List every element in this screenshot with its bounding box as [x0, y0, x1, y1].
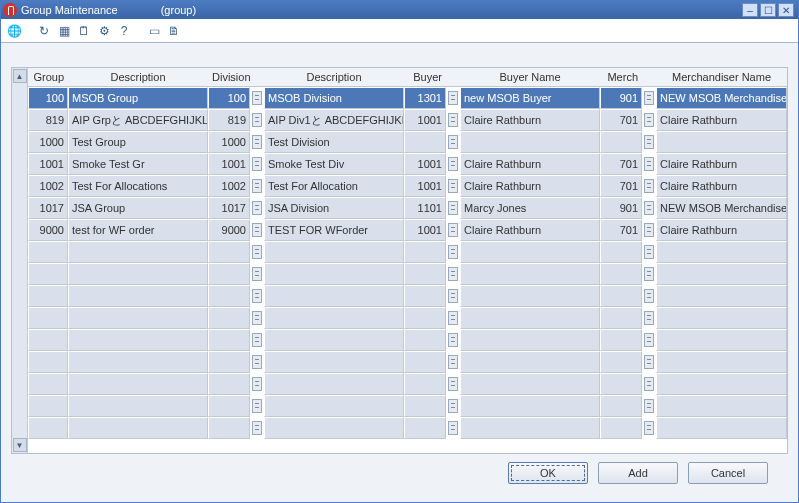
cell[interactable]: Test Division: [264, 131, 404, 153]
cell[interactable]: [264, 417, 404, 439]
cell[interactable]: [208, 285, 250, 307]
lov-button[interactable]: [250, 395, 264, 417]
lov-button[interactable]: [250, 175, 264, 197]
cell[interactable]: [656, 329, 787, 351]
cell[interactable]: Claire Rathburn: [656, 109, 787, 131]
lov-button[interactable]: [250, 351, 264, 373]
cell[interactable]: 1101: [404, 197, 446, 219]
lov-button[interactable]: [446, 153, 460, 175]
cell[interactable]: 1017: [208, 197, 250, 219]
table-row[interactable]: [28, 417, 787, 439]
cell[interactable]: [208, 241, 250, 263]
lov-button[interactable]: [642, 131, 656, 153]
cell[interactable]: [28, 373, 68, 395]
cell[interactable]: Claire Rathburn: [460, 109, 600, 131]
cell[interactable]: [404, 241, 446, 263]
table-row[interactable]: [28, 329, 787, 351]
lov-button[interactable]: [250, 329, 264, 351]
lov-button[interactable]: [446, 395, 460, 417]
cell[interactable]: Marcy Jones: [460, 197, 600, 219]
lov-button[interactable]: [446, 329, 460, 351]
cell[interactable]: [404, 131, 446, 153]
scroll-up-button[interactable]: ▲: [13, 69, 27, 83]
cell[interactable]: new MSOB Buyer: [460, 87, 600, 109]
lov-button[interactable]: [250, 219, 264, 241]
cell[interactable]: [68, 351, 208, 373]
cell[interactable]: 901: [600, 87, 642, 109]
cell[interactable]: AIP Grpと ABCDEFGHIJKLI: [68, 109, 208, 131]
cell[interactable]: [264, 307, 404, 329]
lov-button[interactable]: [446, 131, 460, 153]
cell[interactable]: [264, 373, 404, 395]
cell[interactable]: 701: [600, 153, 642, 175]
cell[interactable]: [28, 417, 68, 439]
cell[interactable]: 1001: [28, 153, 68, 175]
cell[interactable]: 819: [28, 109, 68, 131]
cell[interactable]: 9000: [28, 219, 68, 241]
cell[interactable]: [28, 395, 68, 417]
cell[interactable]: Test For Allocations: [68, 175, 208, 197]
cell[interactable]: [264, 395, 404, 417]
globe-icon[interactable]: 🌐: [5, 22, 23, 40]
table-row[interactable]: [28, 395, 787, 417]
cell[interactable]: [68, 285, 208, 307]
cell[interactable]: [264, 329, 404, 351]
lov-button[interactable]: [446, 373, 460, 395]
cell[interactable]: [264, 241, 404, 263]
cell[interactable]: [600, 351, 642, 373]
cell[interactable]: 1017: [28, 197, 68, 219]
cell[interactable]: Test For Allocation: [264, 175, 404, 197]
cell[interactable]: Smoke Test Gr: [68, 153, 208, 175]
cell[interactable]: Claire Rathburn: [460, 175, 600, 197]
cell[interactable]: [264, 285, 404, 307]
cell[interactable]: 819: [208, 109, 250, 131]
cell[interactable]: 9000: [208, 219, 250, 241]
cell[interactable]: [264, 263, 404, 285]
cell[interactable]: [656, 263, 787, 285]
cell[interactable]: 1001: [404, 153, 446, 175]
lov-button[interactable]: [446, 175, 460, 197]
table-row[interactable]: [28, 373, 787, 395]
cell[interactable]: [28, 329, 68, 351]
table-row[interactable]: [28, 285, 787, 307]
lov-button[interactable]: [446, 109, 460, 131]
cell[interactable]: [68, 307, 208, 329]
cell[interactable]: JSA Division: [264, 197, 404, 219]
cell[interactable]: [404, 307, 446, 329]
cell[interactable]: [404, 285, 446, 307]
table-row[interactable]: [28, 307, 787, 329]
lov-button[interactable]: [446, 351, 460, 373]
cell[interactable]: Claire Rathburn: [656, 219, 787, 241]
lov-button[interactable]: [446, 417, 460, 439]
cell[interactable]: test for WF order: [68, 219, 208, 241]
lov-button[interactable]: [250, 109, 264, 131]
cell[interactable]: MSOB Division: [264, 87, 404, 109]
cell[interactable]: [656, 351, 787, 373]
cell[interactable]: [404, 417, 446, 439]
cell[interactable]: [460, 241, 600, 263]
notes-icon[interactable]: 🗒: [75, 22, 93, 40]
cell[interactable]: [656, 285, 787, 307]
cell[interactable]: [460, 373, 600, 395]
cell[interactable]: [600, 395, 642, 417]
lov-button[interactable]: [446, 87, 460, 109]
table-row[interactable]: 1001Smoke Test Gr1001Smoke Test Div1001C…: [28, 153, 787, 175]
cell[interactable]: [460, 307, 600, 329]
cell[interactable]: [656, 373, 787, 395]
lov-button[interactable]: [250, 197, 264, 219]
lov-button[interactable]: [642, 351, 656, 373]
cell[interactable]: 1002: [28, 175, 68, 197]
cell[interactable]: TEST FOR WForder: [264, 219, 404, 241]
lov-button[interactable]: [642, 373, 656, 395]
cell[interactable]: 1301: [404, 87, 446, 109]
table-row[interactable]: [28, 351, 787, 373]
cell[interactable]: Claire Rathburn: [460, 153, 600, 175]
cell[interactable]: [600, 131, 642, 153]
cell[interactable]: [68, 417, 208, 439]
cell[interactable]: 1000: [28, 131, 68, 153]
lov-button[interactable]: [642, 197, 656, 219]
cell[interactable]: [460, 263, 600, 285]
cell[interactable]: [460, 131, 600, 153]
cell[interactable]: 701: [600, 109, 642, 131]
cell[interactable]: [656, 417, 787, 439]
